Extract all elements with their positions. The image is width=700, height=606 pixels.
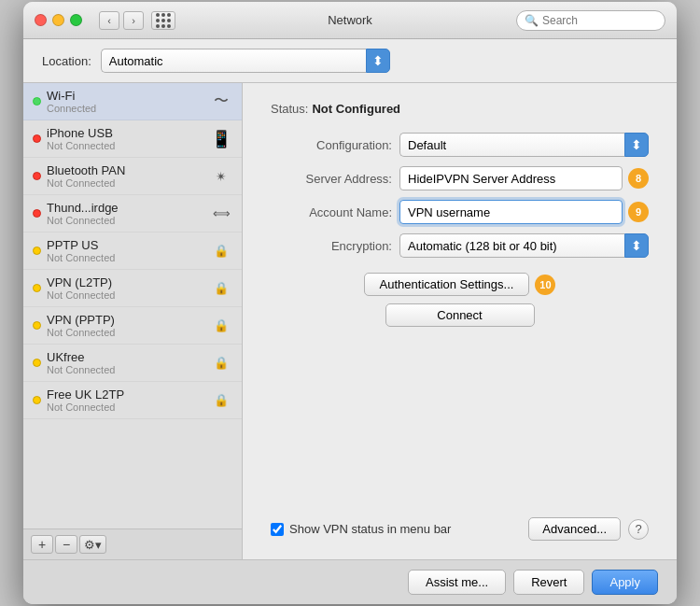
vpn-icon-free-uk: 🔒: [210, 393, 232, 407]
vpn-icon-l2tp: 🔒: [210, 281, 232, 295]
network-icon: ⟺: [210, 206, 232, 220]
action-buttons: Authentication Settings... 10 Connect: [271, 273, 649, 327]
encryption-field: Automatic (128 bit or 40 bit) ⬍: [399, 233, 649, 258]
nav-controls: ‹ ›: [99, 11, 144, 30]
server-address-row: Server Address: 8: [271, 166, 649, 190]
sidebar-item-iphone-usb[interactable]: iPhone USB Not Connected 📱: [23, 120, 242, 158]
sidebar-toolbar: + − ⚙ ▾: [23, 528, 242, 559]
sidebar: Wi-Fi Connected 〜 iPhone USB Not Connect…: [23, 83, 243, 559]
encryption-arrow-button[interactable]: ⬍: [624, 233, 649, 258]
encryption-row: Encryption: Automatic (128 bit or 40 bit…: [271, 233, 649, 258]
configuration-arrow-button[interactable]: ⬍: [624, 133, 649, 157]
configuration-row: Configuration: Default ⬍: [271, 133, 649, 157]
gear-icon: ⚙: [84, 538, 95, 552]
badge-10: 10: [535, 275, 555, 295]
sidebar-item-status-vpn-pptp: Not Connected: [47, 327, 210, 338]
location-label: Location:: [42, 54, 91, 68]
bluetooth-icon: ✴: [210, 169, 232, 184]
account-name-input[interactable]: [399, 200, 623, 224]
account-name-row: Account Name: 9: [271, 200, 649, 224]
status-dot-vpn-l2tp: [33, 284, 41, 292]
configuration-field: Default ⬍: [399, 133, 649, 157]
auth-settings-button[interactable]: Authentication Settings...: [364, 273, 530, 296]
status-dot-wifi: [33, 97, 41, 106]
vpn-icon-ukfree: 🔒: [210, 356, 232, 370]
vpn-icon-pptp: 🔒: [210, 244, 232, 258]
location-bar: Location: Automatic ⬍: [23, 39, 677, 83]
back-button[interactable]: ‹: [99, 11, 119, 30]
maximize-button[interactable]: [70, 14, 82, 26]
add-button[interactable]: +: [31, 535, 53, 554]
status-value: Not Configured: [312, 102, 400, 116]
sidebar-item-wifi[interactable]: Wi-Fi Connected 〜: [23, 83, 242, 120]
sidebar-item-label-thunderbolt: Thund...irdge: [47, 201, 210, 215]
badge-8: 8: [628, 168, 649, 189]
sidebar-item-status-ukfree: Not Connected: [47, 364, 210, 375]
close-button[interactable]: [35, 14, 47, 26]
encryption-label: Encryption:: [271, 239, 392, 253]
sidebar-item-label-iphone-usb: iPhone USB: [47, 126, 210, 140]
search-box[interactable]: 🔍: [516, 10, 665, 31]
search-input[interactable]: [542, 14, 657, 27]
sidebar-item-status-wifi: Connected: [47, 103, 210, 114]
sidebar-item-label-bluetooth: Bluetooth PAN: [47, 163, 210, 177]
sidebar-item-label-vpn-l2tp: VPN (L2TP): [47, 275, 210, 289]
gear-menu-button[interactable]: ⚙ ▾: [79, 535, 106, 554]
location-arrow-button[interactable]: ⬍: [366, 49, 390, 73]
help-button[interactable]: ?: [628, 519, 649, 540]
status-dot-vpn-pptp: [33, 321, 41, 330]
sidebar-item-label-wifi: Wi-Fi: [47, 89, 210, 103]
status-dot-thunderbolt: [33, 209, 41, 218]
status-label: Status:: [271, 102, 308, 116]
form-rows: Configuration: Default ⬍ Server Address:: [271, 133, 649, 258]
grid-icon: [156, 13, 171, 28]
bottom-row: Show VPN status in menu bar Advanced... …: [271, 508, 649, 541]
show-vpn-label: Show VPN status in menu bar: [289, 522, 451, 536]
content-area: Wi-Fi Connected 〜 iPhone USB Not Connect…: [23, 83, 677, 559]
assist-button[interactable]: Assist me...: [408, 570, 506, 595]
configuration-select[interactable]: Default: [399, 133, 624, 157]
forward-button[interactable]: ›: [123, 11, 144, 30]
apply-button[interactable]: Apply: [592, 570, 658, 595]
configuration-select-wrap: Default ⬍: [399, 133, 649, 157]
sidebar-item-free-uk-l2tp[interactable]: Free UK L2TP Not Connected 🔒: [23, 382, 242, 419]
sidebar-item-status-pptp: Not Connected: [47, 252, 210, 263]
footer-bar: Assist me... Revert Apply: [23, 559, 677, 604]
window-title: Network: [328, 13, 372, 27]
sidebar-item-status-free-uk: Not Connected: [47, 402, 210, 413]
status-dot-iphone-usb: [33, 134, 41, 143]
phone-icon: 📱: [210, 129, 232, 149]
sidebar-item-thunderbolt[interactable]: Thund...irdge Not Connected ⟺: [23, 195, 242, 233]
encryption-select-wrap: Automatic (128 bit or 40 bit) ⬍: [399, 233, 649, 258]
connect-button[interactable]: Connect: [385, 303, 535, 327]
revert-button[interactable]: Revert: [513, 570, 584, 595]
advanced-button[interactable]: Advanced...: [528, 517, 621, 541]
encryption-select[interactable]: Automatic (128 bit or 40 bit): [399, 233, 624, 258]
show-vpn-checkbox[interactable]: [271, 523, 284, 536]
show-vpn-checkbox-wrap: Show VPN status in menu bar: [271, 522, 451, 536]
sidebar-item-bluetooth-pan[interactable]: Bluetooth PAN Not Connected ✴: [23, 158, 242, 195]
main-panel: Status: Not Configured Configuration: De…: [243, 83, 677, 559]
location-select[interactable]: Automatic: [101, 49, 366, 73]
server-address-input[interactable]: [399, 166, 623, 190]
sidebar-item-label-ukfree: UKfree: [47, 350, 210, 364]
sidebar-list: Wi-Fi Connected 〜 iPhone USB Not Connect…: [23, 83, 242, 528]
sidebar-item-status-vpn-l2tp: Not Connected: [47, 289, 210, 301]
sidebar-item-vpn-pptp[interactable]: VPN (PPTP) Not Connected 🔒: [23, 307, 242, 345]
minimize-button[interactable]: [52, 14, 64, 26]
configuration-label: Configuration:: [271, 138, 392, 152]
wifi-icon: 〜: [210, 92, 232, 111]
sidebar-item-vpn-l2tp[interactable]: VPN (L2TP) Not Connected 🔒: [23, 270, 242, 307]
status-row: Status: Not Configured: [271, 102, 649, 116]
gear-arrow-icon: ▾: [95, 538, 102, 552]
sidebar-item-status-thunderbolt: Not Connected: [47, 215, 210, 226]
remove-button[interactable]: −: [55, 535, 77, 554]
account-name-label: Account Name:: [271, 205, 392, 219]
sidebar-item-label-free-uk: Free UK L2TP: [47, 388, 210, 402]
badge-9: 9: [628, 202, 649, 222]
grid-view-button[interactable]: [151, 11, 175, 30]
sidebar-item-pptp-us[interactable]: PPTP US Not Connected 🔒: [23, 233, 242, 270]
status-dot-pptp: [33, 247, 41, 255]
window: ‹ › Network 🔍 Location: Automatic ⬍: [23, 2, 677, 604]
sidebar-item-ukfree[interactable]: UKfree Not Connected 🔒: [23, 345, 242, 382]
